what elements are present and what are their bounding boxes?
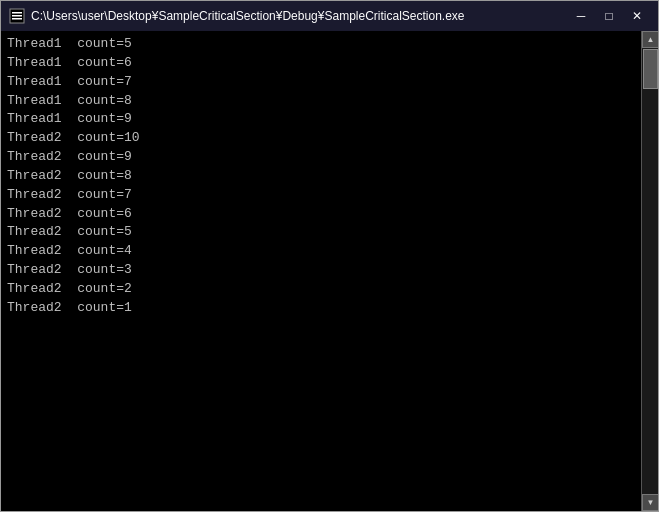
console-line: Thread2 count=6 <box>7 205 635 224</box>
console-line: Thread2 count=1 <box>7 299 635 318</box>
console-line: Thread2 count=3 <box>7 261 635 280</box>
console-area: Thread1 count=5Thread1 count=6Thread1 co… <box>1 31 658 511</box>
console-line: Thread1 count=5 <box>7 35 635 54</box>
console-window: C:\Users\user\Desktop¥SampleCriticalSect… <box>0 0 659 512</box>
title-bar: C:\Users\user\Desktop¥SampleCriticalSect… <box>1 1 658 31</box>
svg-rect-3 <box>12 18 22 20</box>
scrollbar-thumb[interactable] <box>643 49 658 89</box>
console-line: Thread2 count=4 <box>7 242 635 261</box>
minimize-button[interactable]: ─ <box>568 6 594 26</box>
console-line: Thread2 count=2 <box>7 280 635 299</box>
console-line: Thread2 count=8 <box>7 167 635 186</box>
scrollbar[interactable]: ▲ ▼ <box>641 31 658 511</box>
console-line: Thread1 count=8 <box>7 92 635 111</box>
console-line: Thread2 count=7 <box>7 186 635 205</box>
console-content: Thread1 count=5Thread1 count=6Thread1 co… <box>1 31 641 511</box>
scrollbar-down-button[interactable]: ▼ <box>642 494 658 511</box>
scrollbar-track[interactable] <box>642 48 658 494</box>
console-line: Thread1 count=7 <box>7 73 635 92</box>
console-line: Thread2 count=5 <box>7 223 635 242</box>
window-controls: ─ □ ✕ <box>568 6 650 26</box>
window-title: C:\Users\user\Desktop¥SampleCriticalSect… <box>31 9 568 23</box>
window-icon <box>9 8 25 24</box>
scrollbar-up-button[interactable]: ▲ <box>642 31 658 48</box>
svg-rect-1 <box>12 12 22 14</box>
console-line: Thread2 count=10 <box>7 129 635 148</box>
svg-rect-2 <box>12 15 22 17</box>
console-line: Thread1 count=6 <box>7 54 635 73</box>
close-button[interactable]: ✕ <box>624 6 650 26</box>
console-line: Thread1 count=9 <box>7 110 635 129</box>
maximize-button[interactable]: □ <box>596 6 622 26</box>
console-line: Thread2 count=9 <box>7 148 635 167</box>
